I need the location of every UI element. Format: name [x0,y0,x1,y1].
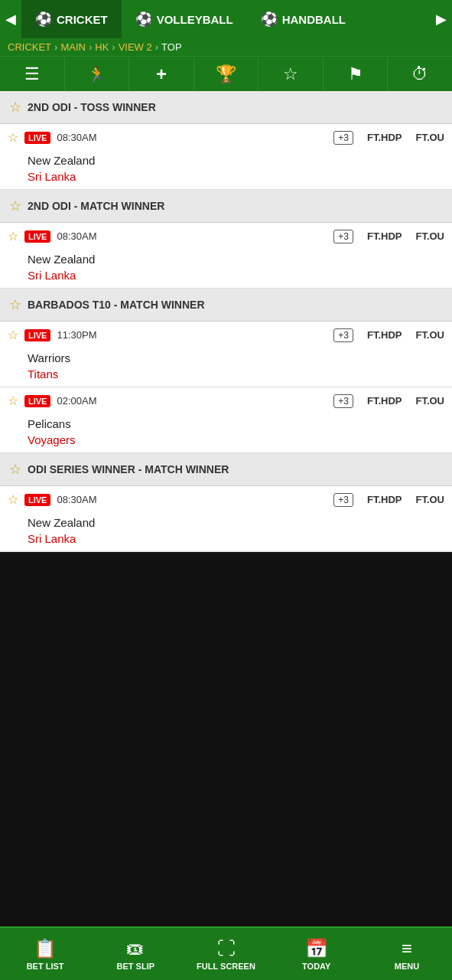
plus-badge-s3-0[interactable]: +3 [333,328,353,342]
breadcrumb: CRICKET › MAIN › HK › VIEW 2 › TOP [0,38,452,56]
bet-list-label: BET LIST [27,962,64,971]
add-toolbar-btn[interactable]: + [129,57,194,91]
match-header-right-s4-0: +3 FT.HDP FT.OU [333,493,444,507]
ft-hdp-s4-0[interactable]: FT.HDP [367,494,402,505]
team-home-s4-0[interactable]: New Zealand [0,513,452,531]
match-fav-star-s2-0[interactable]: ☆ [8,229,18,243]
star-icon: ☆ [283,64,298,84]
runner-icon: 🏃 [87,65,106,83]
bet-list-button[interactable]: 📋 BET LIST [0,928,90,980]
team-away-s2-0[interactable]: Sri Lanka [0,267,452,288]
ft-hdp-s3-0[interactable]: FT.HDP [367,329,402,341]
nav-tab-volleyball[interactable]: ⚽ VOLLEYBALL [122,0,247,38]
team-home-s3-0[interactable]: Warriors [0,348,452,366]
team-away-s3-0[interactable]: Titans [0,366,452,387]
match-fav-star-s4-0[interactable]: ☆ [8,492,18,507]
plus-badge-s1-0[interactable]: +3 [333,131,353,145]
nav-tab-cricket-label: CRICKET [57,13,108,26]
section-header-s4: ☆ ODI SERIES WINNER - MATCH WINNER [0,453,452,486]
ft-hdp-s2-0[interactable]: FT.HDP [367,230,402,242]
ft-hdp-s3-1[interactable]: FT.HDP [367,395,402,407]
section-header-s1: ☆ 2ND ODI - TOSS WINNER [0,91,452,124]
team-away-s4-0[interactable]: Sri Lanka [0,531,452,551]
bet-slip-button[interactable]: 🎟 BET SLIP [90,928,180,980]
match-block-s3-1: ☆ LIVE 02:00AM +3 FT.HDP FT.OU Pelicans … [0,387,452,453]
breadcrumb-top[interactable]: TOP [161,41,182,53]
breadcrumb-cricket[interactable]: CRICKET [8,41,51,53]
dark-area [0,552,452,766]
team-home-s3-1[interactable]: Pelicans [0,414,452,432]
match-header-right-s3-1: +3 FT.HDP FT.OU [333,394,444,408]
nav-tab-volleyball-label: VOLLEYBALL [157,13,233,26]
match-header-s1-0: ☆ LIVE 08:30AM +3 FT.HDP FT.OU [0,124,452,151]
full-screen-icon: ⛶ [217,938,236,959]
plus-badge-s4-0[interactable]: +3 [333,493,353,507]
match-header-right-s2-0: +3 FT.HDP FT.OU [333,230,444,243]
menu-label: MENU [395,962,419,971]
team-home-s1-0[interactable]: New Zealand [0,151,452,168]
ft-ou-s3-0[interactable]: FT.OU [415,329,444,341]
today-button[interactable]: 📅 TODAY [272,928,362,980]
team-home-s2-0[interactable]: New Zealand [0,250,452,267]
top-nav: ◀ ⚽ CRICKET ⚽ VOLLEYBALL ⚽ HANDBALL ▶ [0,0,452,38]
handball-icon: ⚽ [261,11,278,28]
breadcrumb-view2[interactable]: VIEW 2 [119,41,152,53]
match-block-s2-0: ☆ LIVE 08:30AM +3 FT.HDP FT.OU New Zeala… [0,223,452,289]
ft-hdp-s1-0[interactable]: FT.HDP [367,132,402,143]
section-star-s3[interactable]: ☆ [9,296,21,313]
nav-tabs: ⚽ CRICKET ⚽ VOLLEYBALL ⚽ HANDBALL [21,0,431,38]
match-block-s3-0: ☆ LIVE 11:30PM +3 FT.HDP FT.OU Warriors … [0,322,452,387]
full-screen-button[interactable]: ⛶ FULL SCREEN [180,928,271,980]
today-label: TODAY [302,962,330,971]
match-time-s3-1: 02:00AM [57,395,96,407]
content-area: ☆ 2ND ODI - TOSS WINNER ☆ LIVE 08:30AM +… [0,91,452,552]
menu-button[interactable]: ≡ MENU [362,928,452,980]
plus-icon: + [156,64,167,85]
match-time-s1-0: 08:30AM [57,132,96,143]
section-title-s1: 2ND ODI - TOSS WINNER [28,101,156,113]
section-star-s2[interactable]: ☆ [9,198,21,214]
section-header-s2: ☆ 2ND ODI - MATCH WINNER [0,190,452,223]
star-toolbar-btn[interactable]: ☆ [259,57,324,91]
trophy-toolbar-btn[interactable]: 🏆 [194,57,259,91]
team-away-s1-0[interactable]: Sri Lanka [0,168,452,189]
plus-badge-s2-0[interactable]: +3 [333,230,353,243]
cricket-icon: ⚽ [35,11,52,28]
match-header-right-s1-0: +3 FT.HDP FT.OU [333,131,444,145]
nav-right-arrow[interactable]: ▶ [431,0,452,38]
timer-toolbar-btn[interactable]: ⏱ [388,57,452,91]
live-badge-s1-0: LIVE [24,132,50,144]
live-badge-s4-0: LIVE [24,494,50,506]
section-star-s1[interactable]: ☆ [9,99,21,116]
plus-badge-s3-1[interactable]: +3 [333,394,353,408]
ft-ou-s2-0[interactable]: FT.OU [415,230,444,242]
menu-toolbar-btn[interactable]: ☰ [0,57,65,91]
nav-left-arrow[interactable]: ◀ [0,0,21,38]
breadcrumb-hk[interactable]: HK [95,41,109,53]
full-screen-label: FULL SCREEN [197,962,255,971]
section-title-s3: BARBADOS T10 - MATCH WINNER [28,299,205,311]
match-header-s4-0: ☆ LIVE 08:30AM +3 FT.HDP FT.OU [0,486,452,513]
team-away-s3-1[interactable]: Voyagers [0,432,452,452]
nav-tab-handball[interactable]: ⚽ HANDBALL [247,0,359,38]
nav-tab-handball-label: HANDBALL [282,13,346,26]
breadcrumb-main[interactable]: MAIN [60,41,86,53]
ft-ou-s3-1[interactable]: FT.OU [415,395,444,407]
section-star-s4[interactable]: ☆ [9,461,21,478]
match-fav-star-s1-0[interactable]: ☆ [8,130,18,145]
match-fav-star-s3-0[interactable]: ☆ [8,328,18,342]
section-title-s4: ODI SERIES WINNER - MATCH WINNER [28,463,229,475]
ft-ou-s4-0[interactable]: FT.OU [415,494,444,505]
section-title-s2: 2ND ODI - MATCH WINNER [28,200,164,212]
nav-tab-cricket[interactable]: ⚽ CRICKET [21,0,122,38]
match-header-s3-1: ☆ LIVE 02:00AM +3 FT.HDP FT.OU [0,387,452,414]
toolbar: ☰ 🏃 + 🏆 ☆ ⚑ ⏱ [0,56,452,91]
live-badge-s2-0: LIVE [24,230,50,243]
match-time-s4-0: 08:30AM [57,494,96,505]
match-fav-star-s3-1[interactable]: ☆ [8,394,18,408]
section-header-s3: ☆ BARBADOS T10 - MATCH WINNER [0,289,452,322]
match-header-s3-0: ☆ LIVE 11:30PM +3 FT.HDP FT.OU [0,322,452,348]
flag-toolbar-btn[interactable]: ⚑ [324,57,389,91]
ft-ou-s1-0[interactable]: FT.OU [415,132,444,143]
live-toolbar-btn[interactable]: 🏃 [65,57,130,91]
